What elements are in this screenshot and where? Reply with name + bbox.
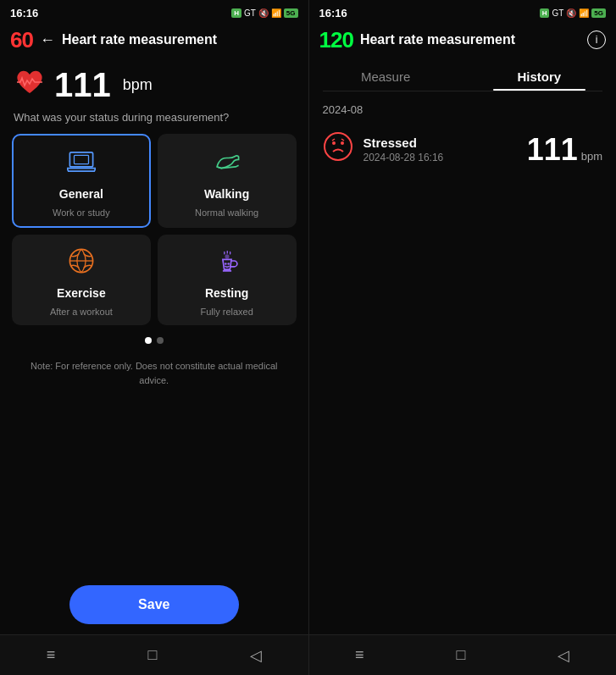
svg-point-3 xyxy=(225,254,229,258)
battery-icon-left: 5G xyxy=(284,8,298,18)
resting-label: Resting xyxy=(205,286,248,300)
activity-card-exercise[interactable]: Exercise After a workout xyxy=(12,235,151,325)
back-arrow-left[interactable]: ← xyxy=(40,31,55,49)
signal-icon-left: GT xyxy=(244,8,256,18)
tabs-row: Measure History xyxy=(309,58,617,91)
header-title-left: Heart rate measurement xyxy=(62,32,217,47)
info-icon: i xyxy=(596,34,598,46)
walking-sublabel: Normal walking xyxy=(195,207,258,218)
header-title-right: Heart rate measurement xyxy=(360,32,515,47)
bpm-unit: bpm xyxy=(123,76,153,94)
bpm-value: 111 xyxy=(54,66,111,104)
dot-2 xyxy=(157,337,164,344)
mute-icon-right: 🔇 xyxy=(566,8,576,18)
svg-point-7 xyxy=(332,141,336,145)
svg-point-6 xyxy=(325,133,352,160)
app-header-right: 120 Heart rate measurement i xyxy=(309,24,617,58)
exercise-label: Exercise xyxy=(57,286,106,300)
tab-measure-label: Measure xyxy=(361,69,410,84)
nav-home-icon-right[interactable]: □ xyxy=(457,646,466,664)
info-button[interactable]: i xyxy=(587,30,606,49)
activity-card-general[interactable]: General Work or study xyxy=(12,134,151,228)
bottom-nav-right: ≡ □ ◁ xyxy=(309,634,617,675)
tab-history[interactable]: History xyxy=(463,61,616,91)
exercise-sublabel: After a workout xyxy=(50,307,113,317)
walking-label: Walking xyxy=(204,187,249,201)
heart-reading: 111 bpm xyxy=(0,58,308,108)
page-dots xyxy=(0,325,308,352)
svg-point-5 xyxy=(227,263,230,265)
status-bar-left: 16:16 H GT 🔇 📶 5G xyxy=(0,0,308,24)
history-bpm-unit: bpm xyxy=(581,150,602,163)
save-button[interactable]: Save xyxy=(69,585,239,624)
nav-menu-icon-left[interactable]: ≡ xyxy=(47,646,56,664)
nav-menu-icon-right[interactable]: ≡ xyxy=(355,646,364,664)
disclaimer-note: Note: For reference only. Does not const… xyxy=(0,352,308,387)
history-bpm-wrap: 111 bpm xyxy=(527,132,602,168)
left-panel: 16:16 H GT 🔇 📶 5G 60 ← Heart rate measur… xyxy=(0,0,308,675)
battery-icon-right: 5G xyxy=(591,8,606,18)
svg-point-8 xyxy=(341,141,344,145)
status-time-left: 16:16 xyxy=(10,7,38,19)
resting-sublabel: Fully relaxed xyxy=(200,307,253,317)
health-app-icon-right: H xyxy=(540,8,550,18)
history-timestamp: 2024-08-28 16:16 xyxy=(363,152,517,163)
tab-history-label: History xyxy=(518,69,562,84)
status-time-right: 16:16 xyxy=(319,7,347,19)
history-section-date: 2024-08 xyxy=(309,91,617,123)
svg-point-4 xyxy=(225,263,227,265)
svg-rect-0 xyxy=(69,152,92,167)
stressed-icon xyxy=(323,131,353,168)
activity-card-resting[interactable]: Resting Fully relaxed xyxy=(158,235,297,325)
tab-measure[interactable]: Measure xyxy=(309,61,463,91)
history-item-1[interactable]: Stressed 2024-08-28 16:16 111 bpm xyxy=(309,123,617,176)
wifi-icon-right: 📶 xyxy=(579,8,589,18)
coffee-icon xyxy=(213,246,241,279)
bpm-counter-right: 120 xyxy=(319,29,353,51)
nav-home-icon-left[interactable]: □ xyxy=(148,646,158,664)
wifi-icon-left: 📶 xyxy=(271,8,281,18)
bpm-counter-left: 60 xyxy=(10,29,33,51)
history-bpm-value: 111 xyxy=(527,132,578,168)
svg-rect-1 xyxy=(74,155,88,163)
activity-card-walking[interactable]: Walking Normal walking xyxy=(158,134,297,228)
general-sublabel: Work or study xyxy=(53,207,110,218)
status-question: What was your status during measurement? xyxy=(0,108,308,134)
bottom-nav-left: ≡ □ ◁ xyxy=(0,634,308,675)
app-header-left: 60 ← Heart rate measurement xyxy=(0,24,308,58)
history-info-1: Stressed 2024-08-28 16:16 xyxy=(363,136,517,163)
right-panel: 16:16 H GT 🔇 📶 5G 120 Heart rate measure… xyxy=(308,0,617,675)
history-status-label: Stressed xyxy=(363,136,517,150)
mute-icon-left: 🔇 xyxy=(258,8,269,18)
heart-pulse-icon xyxy=(14,67,46,104)
status-icons-right: H GT 🔇 📶 5G xyxy=(540,8,606,18)
laptop-icon xyxy=(67,147,96,180)
signal-icon-right: GT xyxy=(552,8,563,18)
shoe-icon xyxy=(213,147,241,180)
basketball-icon xyxy=(67,246,96,279)
health-app-icon-left: H xyxy=(231,8,241,18)
status-bar-right: 16:16 H GT 🔇 📶 5G xyxy=(309,0,617,24)
general-label: General xyxy=(59,187,103,201)
dot-1 xyxy=(145,337,152,344)
nav-back-icon-left[interactable]: ◁ xyxy=(250,646,262,665)
activity-grid: General Work or study Walking Normal wal… xyxy=(0,134,308,325)
status-icons-left: H GT 🔇 📶 5G xyxy=(231,8,297,18)
nav-back-icon-right[interactable]: ◁ xyxy=(558,646,569,665)
save-button-wrap: Save xyxy=(69,585,239,624)
